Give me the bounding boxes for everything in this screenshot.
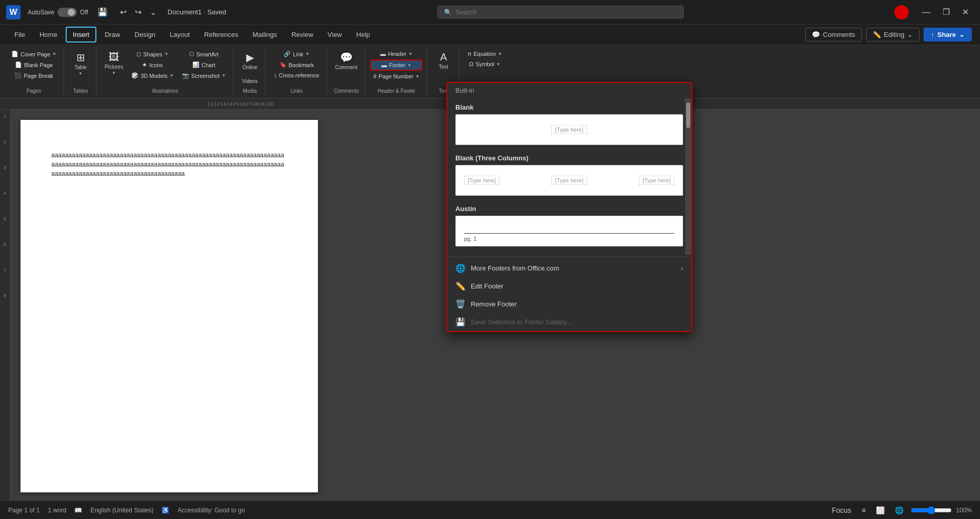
pictures-button[interactable]: 🖼 Pictures ▼ [102, 49, 126, 77]
maximize-button[interactable]: ❐ [937, 5, 955, 19]
menu-mailings[interactable]: Mailings [247, 28, 284, 41]
scroll-track[interactable] [685, 98, 691, 255]
tables-group-label: Tables [73, 88, 88, 94]
menu-design[interactable]: Design [129, 28, 162, 41]
remove-footer-item[interactable]: 🗑️ Remove Footer [447, 295, 691, 313]
account-avatar[interactable] [894, 5, 909, 19]
footer-icon: ▬ [382, 62, 387, 68]
screenshot-dropdown: ▼ [222, 73, 226, 78]
menu-insert[interactable]: Insert [66, 27, 97, 43]
page-number-button[interactable]: # Page Number ▼ [370, 72, 423, 81]
search-icon: 🔍 [444, 9, 452, 16]
cover-page-dropdown: ▼ [52, 52, 56, 56]
editing-button[interactable]: ✏️ Editing ⌄ [866, 28, 920, 41]
three-col-type-here-2: [Type here] [551, 176, 587, 185]
save-selection-icon: 💾 [455, 317, 466, 327]
zoom-level: 100% [956, 507, 972, 514]
chart-button[interactable]: 📊 Chart [179, 60, 229, 70]
word-count: 1 word [48, 507, 66, 514]
blank-page-label: Blank Page [24, 62, 53, 68]
bookmark-button[interactable]: 🔖 Bookmark [271, 60, 322, 70]
online-videos-button[interactable]: ▶ Online Videos [238, 49, 261, 86]
header-button[interactable]: ▬ Header ▼ [370, 49, 423, 58]
more-footers-label: More Footers from Office.com [471, 264, 559, 272]
text-button[interactable]: A Text [432, 49, 455, 72]
equation-label: Equation [473, 51, 495, 57]
save-button[interactable]: 💾 [94, 5, 111, 19]
cover-page-button[interactable]: 📄 Cover Page ▼ [8, 49, 59, 59]
search-box[interactable]: 🔍 [437, 6, 684, 18]
page-break-button[interactable]: ⬛ Page Break [8, 71, 59, 80]
links-group-label: Links [291, 88, 303, 94]
web-layout-button[interactable]: 🌐 [892, 505, 907, 515]
accessibility-icon: ♿ [162, 507, 169, 514]
bookmark-icon: 🔖 [279, 61, 287, 68]
menu-references[interactable]: References [198, 28, 244, 41]
menu-help[interactable]: Help [350, 28, 376, 41]
shapes-button[interactable]: ◻ Shapes ▼ [128, 49, 177, 59]
menu-layout[interactable]: Layout [164, 28, 196, 41]
table-icon: ⊞ [76, 51, 85, 64]
menu-review[interactable]: Review [285, 28, 319, 41]
redo-button[interactable]: ↪ [132, 5, 145, 19]
menu-view[interactable]: View [322, 28, 348, 41]
symbol-button[interactable]: Ω Symbol ▼ [465, 59, 505, 69]
minimize-button[interactable]: — [917, 5, 935, 19]
comment-button[interactable]: 💬 Comment [332, 49, 361, 72]
table-button[interactable]: ⊞ Table ▼ [69, 49, 92, 78]
autosave-toggle[interactable] [57, 8, 77, 17]
icons-button[interactable]: ★ Icons [128, 60, 177, 70]
symbols-col: π Equation ▼ Ω Symbol ▼ [465, 49, 505, 69]
3d-models-label: 3D Models [141, 73, 168, 79]
remove-footer-label: Remove Footer [471, 300, 517, 308]
share-button[interactable]: ↑ Share ⌄ [924, 28, 972, 41]
comments-button[interactable]: 💬 Comments [805, 28, 862, 41]
scroll-thumb [686, 102, 690, 128]
online-videos-icon: ▶ [246, 51, 254, 64]
screenshot-button[interactable]: 📷 Screenshot ▼ [179, 71, 229, 80]
three-col-type-here-3: [Type here] [639, 176, 674, 185]
menu-file[interactable]: File [8, 28, 31, 41]
focus-button[interactable]: Focus [829, 505, 854, 515]
cross-reference-button[interactable]: ↕ Cross-reference [271, 71, 322, 80]
smartart-button[interactable]: ⬡ SmartArt [179, 49, 229, 59]
blank-page-button[interactable]: 📄 Blank Page [8, 60, 59, 70]
search-input[interactable] [456, 8, 677, 16]
3d-dropdown: ▼ [170, 73, 174, 78]
print-layout-button[interactable]: ⬜ [873, 505, 888, 515]
statusbar: Page 1 of 1 1 word 📖 English (United Sta… [0, 501, 980, 519]
bookmark-label: Bookmark [289, 62, 314, 68]
illustrations-col2: ⬡ SmartArt 📊 Chart 📷 Screenshot ▼ [179, 49, 229, 80]
document-text[interactable]: aaaaaaaaaaaaaaaaaaaaaaaaaaaaaaaaaaaaaaaa… [51, 151, 287, 178]
3d-models-button[interactable]: 🎲 3D Models ▼ [128, 71, 177, 80]
menu-home[interactable]: Home [33, 28, 64, 41]
blank-footer-preview[interactable]: [Type here] [455, 114, 683, 145]
equation-button[interactable]: π Equation ▼ [465, 49, 505, 58]
menu-draw[interactable]: Draw [98, 28, 126, 41]
zoom-slider[interactable] [911, 506, 952, 514]
built-in-label: Built-in [447, 83, 691, 98]
titlebar: W AutoSave Off 💾 ↩ ↪ ⌄ Document1 · Saved… [0, 0, 980, 25]
online-videos-label2: Videos [242, 78, 257, 84]
edit-footer-item[interactable]: ✏️ Edit Footer [447, 277, 691, 295]
close-button[interactable]: ✕ [957, 5, 974, 19]
link-button[interactable]: 🔗 Link ▼ [271, 49, 322, 59]
quick-access-dropdown[interactable]: ⌄ [147, 5, 159, 19]
table-label: Table [74, 65, 87, 70]
footer-button[interactable]: ▬ Footer ▼ [370, 59, 423, 71]
cross-reference-icon: ↕ [274, 72, 277, 78]
header-label: Header [388, 51, 406, 57]
search-container: 🔍 [230, 6, 890, 18]
undo-button[interactable]: ↩ [117, 5, 130, 19]
remove-footer-icon: 🗑️ [455, 299, 466, 309]
page-number-dropdown: ▼ [415, 74, 419, 79]
more-footers-item[interactable]: 🌐 More Footers from Office.com › [447, 259, 691, 277]
cover-page-icon: 📄 [11, 51, 18, 57]
austin-footer-preview[interactable]: pg. 1 [455, 216, 683, 246]
ribbon-group-links: 🔗 Link ▼ 🔖 Bookmark ↕ Cross-reference Li… [267, 47, 327, 96]
blank-three-col-preview[interactable]: [Type here] [Type here] [Type here] [455, 165, 683, 196]
footer-options-scroll[interactable]: Blank [Type here] Blank (Three Columns) … [447, 98, 691, 255]
read-mode-button[interactable]: ≡ [858, 505, 869, 515]
cross-reference-label: Cross-reference [279, 72, 319, 78]
ribbon-group-illustrations: 🖼 Pictures ▼ ◻ Shapes ▼ ★ Icons 🎲 3D Mod… [97, 47, 233, 96]
